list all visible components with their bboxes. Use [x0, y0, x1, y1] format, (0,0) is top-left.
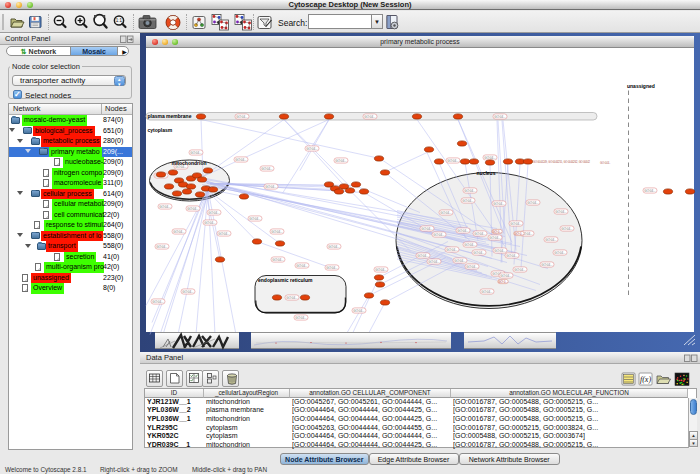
svg-text:GO:0...: GO:0...	[514, 231, 524, 235]
svg-text:GO:044..: GO:044..	[600, 160, 611, 164]
svg-text:unassigned: unassigned	[627, 82, 655, 88]
svg-text:cytoplasm: cytoplasm	[148, 127, 173, 133]
svg-text:plasma membrane: plasma membrane	[148, 112, 192, 118]
svg-text:mitochondrion: mitochondrion	[172, 159, 207, 165]
svg-text:f​(x): f​(x)	[640, 375, 651, 384]
svg-text:nucleus: nucleus	[477, 170, 496, 176]
svg-text:GO:0044249, GO:0044255, GO:004: GO:0044249, GO:0044255, GO:0044262, GO:0…	[533, 160, 591, 164]
svg-text:1:1: 1:1	[116, 18, 123, 23]
svg-text:GO:0...: GO:0...	[492, 229, 502, 233]
svg-text:GO:0...: GO:0...	[498, 279, 508, 283]
svg-text:endoplasmic reticulum: endoplasmic reticulum	[258, 276, 313, 282]
